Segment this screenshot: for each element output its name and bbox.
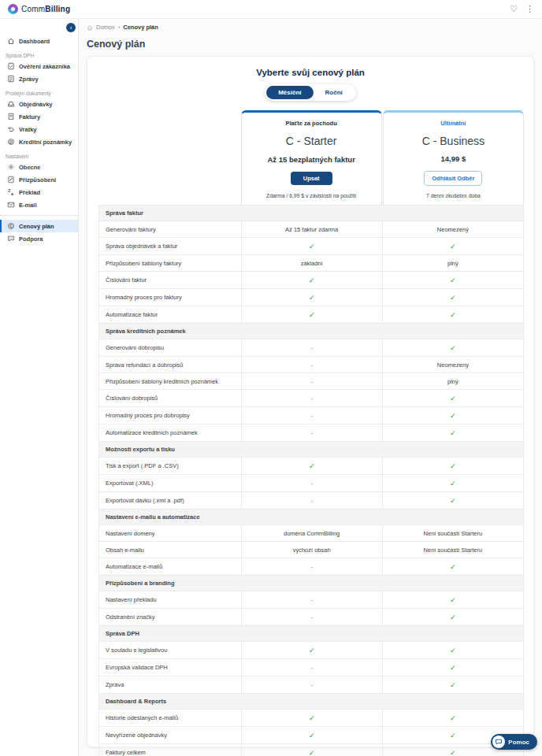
- business-value: ✓: [382, 339, 523, 357]
- feature-label: Správa refundací a dobropisů: [99, 357, 242, 373]
- sidebar-item-obecne[interactable]: Obecne: [0, 161, 78, 173]
- business-value: ✓: [382, 676, 523, 694]
- logo-icon: [8, 4, 18, 14]
- check-icon: ✓: [450, 294, 456, 302]
- sidebar-item-vratky[interactable]: Vratky: [0, 123, 78, 135]
- not-included-dash: -: [310, 412, 313, 419]
- translate-icon: ZA: [7, 188, 15, 196]
- starter-value: ✓: [241, 272, 382, 289]
- table-row: Zpráva-✓: [99, 676, 524, 694]
- starter-value: -: [241, 357, 382, 373]
- check-icon: ✓: [450, 714, 456, 722]
- sidebar-item-label: Ověření zákazníka: [19, 63, 70, 70]
- business-value: ✓: [382, 272, 523, 289]
- plan-name: C - Business: [422, 135, 484, 147]
- sidebar-item-zpr-vy[interactable]: Zprávy: [0, 72, 78, 85]
- table-section-title: Nastavení e-mailu a automatizace: [99, 510, 524, 525]
- table-section-row: Správa kreditních poznámek: [99, 324, 524, 339]
- check-icon: ✓: [450, 344, 456, 352]
- favorite-icon[interactable]: ♡: [510, 5, 518, 13]
- plans-heading: Vyberte svůj cenový plán: [98, 68, 522, 77]
- plan-card-business: Ultimátní C - Business 14,99 $ Odhlásit …: [383, 110, 524, 205]
- feature-comparison-table: Správa fakturGenerování fakturyAž 15 fak…: [98, 205, 524, 756]
- sidebar-item-dashboard[interactable]: Dashboard: [0, 35, 78, 47]
- check-icon: ✓: [450, 429, 456, 437]
- table-row: Číslování faktur✓✓: [99, 272, 524, 289]
- not-included-dash: -: [310, 344, 313, 351]
- business-value: plný: [382, 255, 523, 272]
- mail-icon: [7, 201, 15, 209]
- check-icon: ✓: [450, 480, 456, 487]
- feature-label: Odstranění značky: [99, 609, 242, 626]
- check-icon: ✓: [450, 613, 456, 621]
- table-row: Číslování dobropisů-✓: [99, 390, 524, 407]
- gear-icon: [7, 163, 15, 171]
- sidebar-item-p-izp-soben-[interactable]: Přizpůsobení: [0, 173, 78, 186]
- sidebar-item-objedn-vky[interactable]: Objednávky: [0, 98, 78, 110]
- not-included-dash: -: [310, 664, 313, 671]
- table-row: Přizpůsobení šablony fakturyzákladníplný: [99, 255, 524, 272]
- check-icon: ✓: [309, 732, 315, 739]
- table-row: Faktury celkem✓✓: [99, 744, 524, 756]
- business-value: ✓: [382, 591, 523, 609]
- sidebar-item-p-eklad[interactable]: ZAPřeklad: [0, 186, 78, 198]
- sidebar-item-kreditn-pozn-mky[interactable]: @Kreditní poznámky: [0, 135, 78, 148]
- table-row: Generování dobropisu-✓: [99, 339, 524, 357]
- starter-value: doména CommBilling: [241, 525, 382, 542]
- sidebar-item-label: Překlad: [19, 189, 40, 196]
- feature-label: Hromadný proces pro faktury: [99, 289, 242, 306]
- sidebar-item-label: Kreditní poznámky: [19, 139, 72, 146]
- plan-note: 7 denní zkušební doba: [426, 193, 481, 198]
- upgrade-button[interactable]: Upsat: [291, 172, 332, 185]
- table-row: Exportovat dávku (.xml a .pdf)-✓: [99, 492, 524, 510]
- business-value: plný: [382, 373, 523, 390]
- toggle-yearly[interactable]: Roční: [314, 86, 355, 99]
- check-icon: ✓: [450, 664, 456, 672]
- not-included-dash: -: [310, 361, 313, 369]
- starter-value: -: [241, 407, 382, 424]
- check-icon: ✓: [309, 714, 315, 722]
- breadcrumb: Domov › Cenový plán: [87, 24, 534, 31]
- starter-value: -: [241, 390, 382, 407]
- plan-price: 14,99 $: [441, 154, 466, 163]
- toggle-monthly[interactable]: Měsíční: [266, 86, 313, 99]
- pricing-icon: C: [7, 222, 15, 230]
- starter-value: Až 15 faktur zdarma: [241, 221, 382, 238]
- sidebar-item-label: Obecne: [19, 164, 41, 171]
- kebab-menu-icon[interactable]: ⋮: [525, 5, 534, 13]
- svg-text:A: A: [11, 192, 14, 196]
- feature-label: Generování faktury: [99, 221, 242, 238]
- help-button[interactable]: Pomoc: [491, 734, 537, 750]
- unsubscribe-button[interactable]: Odhlásit Odběr: [424, 171, 482, 186]
- pricing-panel: Vyberte svůj cenový plán Měsíční Roční P…: [87, 56, 534, 747]
- sidebar-item-cenov-pl-n[interactable]: CCenový plán: [0, 220, 78, 232]
- breadcrumb-home[interactable]: Domov: [96, 24, 115, 31]
- sidebar-item-e-mail[interactable]: E-mail: [0, 198, 78, 211]
- table-row: Odstranění značky-✓: [99, 609, 524, 626]
- sidebar-collapse-button[interactable]: ‹: [66, 23, 76, 32]
- sidebar-item-faktury[interactable]: Faktury: [0, 110, 78, 123]
- check-icon: ✓: [450, 412, 456, 420]
- sidebar-item-label: Dashboard: [19, 38, 50, 45]
- sidebar-item-ov-en-z-kazn-ka[interactable]: Ověření zákazníka: [0, 60, 78, 72]
- sidebar-nav: DashboardSpráva DPHOvěření zákazníkaZprá…: [0, 35, 78, 245]
- starter-value: -: [241, 424, 382, 442]
- top-bar: CommBilling ♡ ⋮: [0, 0, 542, 19]
- page-title: Cenový plán: [87, 39, 534, 50]
- not-included-dash: -: [310, 497, 313, 504]
- business-value: ✓: [382, 458, 523, 475]
- feature-label: Automatizace e-mailů: [99, 558, 242, 576]
- starter-value: -: [241, 492, 382, 510]
- sidebar-item-label: Přizpůsobení: [19, 176, 56, 183]
- business-value: ✓: [382, 238, 523, 255]
- table-row: Nastavení překladu-✓: [99, 591, 524, 609]
- business-value: ✓: [382, 306, 523, 324]
- starter-value: ✓: [241, 727, 382, 744]
- check-icon: ✓: [309, 462, 315, 470]
- sidebar-item-podpora[interactable]: Podpora: [0, 232, 78, 245]
- plan-tagline: Plaťte za pochodu: [286, 120, 337, 127]
- not-included-dash: -: [310, 613, 313, 621]
- table-section-title: Dashboard & Reports: [99, 694, 524, 710]
- check-icon: ✓: [450, 243, 456, 250]
- feature-label: Generování dobropisu: [99, 339, 242, 357]
